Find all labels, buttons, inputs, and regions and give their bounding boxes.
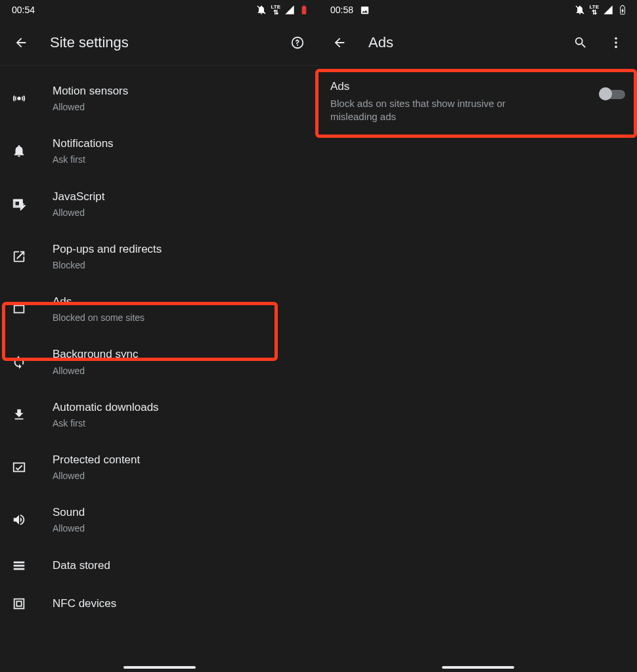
- search-icon: [573, 35, 588, 50]
- svg-rect-5: [14, 561, 25, 563]
- ads-toggle-description: Block ads on sites that show intrusive o…: [330, 97, 540, 124]
- status-time: 00:54: [12, 5, 35, 15]
- lte-indicator: LTE⇅: [589, 5, 599, 15]
- svg-point-13: [615, 46, 617, 49]
- row-background-sync[interactable]: Background sync Allowed: [0, 335, 318, 388]
- ads-toggle-switch[interactable]: [599, 87, 625, 101]
- sound-icon: [12, 513, 26, 527]
- picture-icon: [360, 5, 370, 15]
- row-title: Background sync: [53, 347, 307, 362]
- motion-icon: [12, 91, 26, 106]
- nav-handle-right[interactable]: [442, 666, 514, 669]
- protected-icon: [12, 460, 26, 474]
- svg-rect-7: [14, 568, 25, 570]
- sync-icon: [12, 355, 26, 369]
- ads-icon: [12, 302, 26, 316]
- row-sub: Blocked on some sites: [53, 312, 307, 324]
- page-title: Ads: [361, 34, 560, 51]
- svg-rect-8: [14, 598, 24, 608]
- row-sub: Blocked: [53, 259, 307, 271]
- site-settings-pane: 00:54 LTE⇅ Site settings Motion sensors …: [0, 0, 318, 672]
- svg-rect-4: [14, 463, 25, 472]
- row-protected-content[interactable]: Protected content Allowed: [0, 441, 318, 494]
- site-settings-list: Motion sensors Allowed Notifications Ask…: [0, 66, 318, 672]
- app-bar-right: Ads: [318, 20, 637, 66]
- row-sub: Allowed: [53, 207, 307, 219]
- row-ads[interactable]: Ads Blocked on some sites: [0, 283, 318, 335]
- more-vert-icon: [609, 35, 623, 50]
- signal-icon: [284, 5, 295, 15]
- status-bar-left: 00:54 LTE⇅: [0, 0, 318, 20]
- lte-indicator: LTE⇅: [271, 5, 280, 15]
- more-button[interactable]: [602, 28, 630, 57]
- row-nfc-devices[interactable]: NFC devices: [0, 585, 318, 614]
- row-sub: Ask first: [53, 154, 307, 165]
- row-sub: Allowed: [53, 470, 307, 482]
- svg-point-11: [615, 37, 617, 40]
- row-sub: Allowed: [53, 101, 307, 113]
- page-title: Site settings: [42, 34, 276, 51]
- javascript-icon: [12, 197, 26, 211]
- row-title: Protected content: [53, 453, 307, 467]
- ads-settings-pane: 00:58 LTE⇅ Ads Ads Block ads on sites th…: [318, 0, 637, 672]
- nav-handle-left[interactable]: [123, 666, 196, 669]
- svg-rect-3: [14, 306, 24, 313]
- row-title: Data stored: [53, 558, 307, 573]
- ads-toggle-title: Ads: [330, 80, 588, 93]
- row-title: Motion sensors: [53, 84, 307, 98]
- battery-charging-icon: [617, 5, 628, 15]
- app-bar-left: Site settings: [0, 20, 318, 66]
- row-title: Notifications: [53, 136, 307, 151]
- back-button[interactable]: [7, 28, 35, 57]
- row-title: JavaScript: [53, 190, 307, 204]
- back-arrow-icon: [14, 35, 28, 50]
- row-title: Sound: [53, 505, 307, 520]
- help-button[interactable]: [283, 28, 312, 57]
- row-sound[interactable]: Sound Allowed: [0, 494, 318, 546]
- row-title: Ads: [53, 295, 307, 309]
- svg-point-1: [17, 96, 21, 100]
- row-sub: Allowed: [53, 365, 307, 377]
- row-automatic-downloads[interactable]: Automatic downloads Ask first: [0, 388, 318, 441]
- row-popups[interactable]: Pop-ups and redirects Blocked: [0, 230, 318, 283]
- battery-low-icon: [299, 5, 309, 15]
- download-icon: [12, 408, 26, 422]
- ads-toggle-row[interactable]: Ads Block ads on sites that show intrusi…: [318, 66, 637, 136]
- back-button[interactable]: [325, 28, 354, 57]
- row-title: Pop-ups and redirects: [53, 242, 307, 257]
- status-icons-right: LTE⇅: [575, 5, 628, 15]
- search-button[interactable]: [566, 28, 595, 57]
- row-data-stored[interactable]: Data stored: [0, 547, 318, 585]
- data-icon: [12, 558, 26, 573]
- signal-icon: [603, 5, 613, 15]
- row-sub: Ask first: [53, 417, 307, 429]
- svg-rect-6: [14, 564, 25, 566]
- row-motion-sensors[interactable]: Motion sensors Allowed: [0, 72, 318, 125]
- dnd-off-icon: [256, 5, 267, 15]
- row-sub: Allowed: [53, 522, 307, 534]
- row-javascript[interactable]: JavaScript Allowed: [0, 178, 318, 230]
- svg-point-12: [615, 41, 617, 44]
- help-icon: [290, 35, 305, 50]
- nfc-icon: [12, 597, 26, 611]
- row-title: Automatic downloads: [53, 400, 307, 415]
- back-arrow-icon: [332, 35, 347, 50]
- popup-icon: [12, 249, 26, 264]
- row-title: NFC devices: [53, 597, 307, 611]
- svg-rect-9: [16, 601, 21, 606]
- status-time: 00:58: [330, 5, 353, 15]
- bell-icon: [12, 144, 26, 158]
- status-icons-left: LTE⇅: [256, 5, 309, 15]
- row-notifications[interactable]: Notifications Ask first: [0, 125, 318, 177]
- status-bar-right: 00:58 LTE⇅: [318, 0, 637, 20]
- dnd-off-icon: [575, 5, 585, 15]
